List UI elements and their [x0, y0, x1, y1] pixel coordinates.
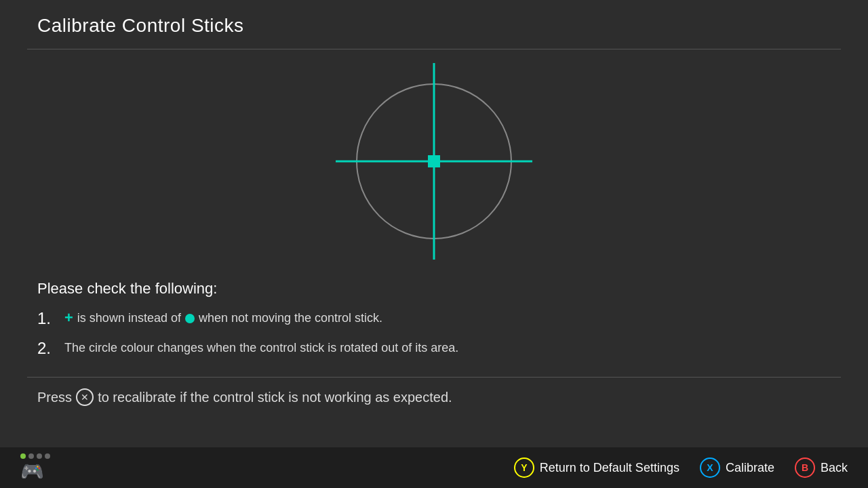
plus-symbol: + [64, 308, 73, 329]
instructions-panel: Please check the following: 1. + is show… [0, 273, 868, 366]
x-button-icon: X [700, 458, 720, 478]
controller-icon: 🎮 [20, 460, 50, 483]
instruction-text-2: The circle colour changes when the contr… [64, 340, 458, 357]
dot-2 [28, 453, 34, 459]
page-title: Calibrate Control Sticks [0, 0, 868, 49]
instructions-heading: Please check the following: [37, 280, 831, 298]
dot-symbol [185, 314, 195, 323]
x-button-inline: ✕ [76, 388, 94, 406]
footer: 🎮 Y Return to Default Settings X Calibra… [0, 447, 868, 488]
instruction-item-1: 1. + is shown instead of when not moving… [37, 307, 831, 330]
instruction-number-2: 2. [37, 337, 58, 360]
crosshair-center [428, 155, 440, 167]
main-content: Please check the following: 1. + is show… [0, 49, 868, 366]
return-default-label: Return to Default Settings [540, 461, 679, 475]
press-label: Press [37, 390, 72, 405]
b-button-icon: B [795, 458, 815, 478]
dot-3 [37, 453, 42, 459]
dot-1 [20, 453, 26, 459]
instructions-divider [27, 377, 841, 378]
footer-left: 🎮 [20, 453, 50, 483]
crosshair-container [336, 63, 532, 260]
y-button-icon: Y [514, 458, 534, 478]
instruction-number-1: 1. [37, 307, 58, 330]
calibrate-label: Calibrate [726, 461, 774, 475]
press-note: Press ✕ to recalibrate if the control st… [0, 388, 868, 406]
instruction-text-1b: when not moving the control stick. [199, 310, 382, 327]
back-label: Back [821, 461, 848, 475]
instruction-text-1a: is shown instead of [77, 310, 181, 327]
back-button[interactable]: B Back [795, 458, 848, 478]
dot-4 [45, 453, 50, 459]
footer-right: Y Return to Default Settings X Calibrate… [514, 458, 848, 478]
indicator-dots [20, 453, 50, 459]
indicator-dots-container: 🎮 [20, 453, 50, 483]
calibrate-button[interactable]: X Calibrate [700, 458, 774, 478]
return-default-button[interactable]: Y Return to Default Settings [514, 458, 679, 478]
instruction-item-2: 2. The circle colour changes when the co… [37, 337, 831, 360]
press-suffix: to recalibrate if the control stick is n… [98, 390, 452, 405]
